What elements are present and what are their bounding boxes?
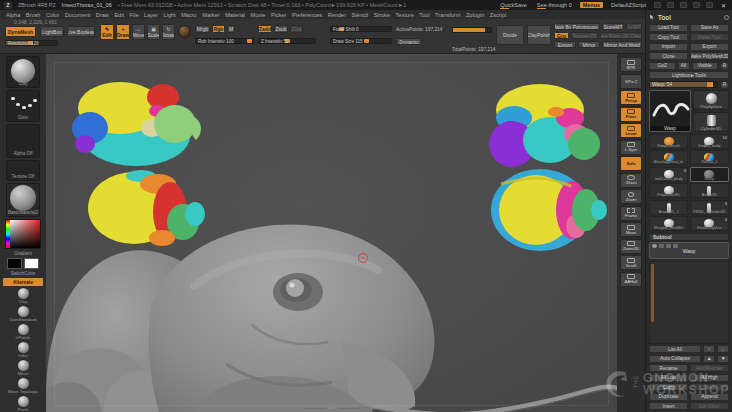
ghost-transparency-button[interactable]: Ghost (620, 173, 642, 188)
spix-slider[interactable]: SPix 2 (620, 74, 642, 89)
lightbox-button[interactable]: LightBox (40, 26, 64, 37)
tool-grid-item[interactable]: PM3D_Cylinder3D3 (690, 200, 729, 215)
menu-light[interactable]: Light (164, 12, 176, 18)
menus-button[interactable]: Menus (580, 2, 603, 8)
paste-tool-button[interactable]: Paste Tool (690, 33, 729, 41)
subtool-section-header[interactable]: Subtool (649, 233, 729, 241)
lock-icon[interactable] (693, 2, 700, 8)
subtool-list-item-wasp[interactable]: Wasp (649, 242, 729, 259)
goz-visible-button[interactable]: Visible (692, 62, 719, 70)
current-stroke-thumbnail[interactable]: Dots (6, 90, 40, 122)
menu-color[interactable]: Color (46, 12, 59, 18)
rgb-intensity-slider[interactable]: Rgb Intensity 100 (195, 38, 255, 44)
subtool-up-button[interactable]: ↑ (703, 345, 715, 353)
goz-all-button[interactable]: All (678, 62, 690, 70)
dynamic-button[interactable]: Dynamic (396, 38, 422, 45)
tool-thumb-cylinder3d[interactable]: Cylinder3D (693, 112, 729, 132)
tool-palette-header[interactable]: Tool (649, 12, 729, 22)
persp-button[interactable]: Persp (620, 90, 642, 105)
quick-brush-hpolish[interactable]: hPolish (3, 324, 43, 340)
mask-by-polygroups-button[interactable]: Mask By Polygroups 0 (554, 23, 600, 30)
menu-alpha[interactable]: Alpha (6, 12, 20, 18)
frame-button[interactable]: Frame (620, 206, 642, 221)
mrgb-button[interactable]: Mrgb (195, 25, 210, 33)
move-button[interactable]: ↔Move (132, 24, 145, 40)
live-boolean-button[interactable]: Live Boolean (67, 26, 95, 37)
subdivision-slider[interactable] (452, 27, 492, 33)
rotate-button[interactable]: ↻Rotate (162, 24, 175, 40)
slider-r-button[interactable]: R (720, 81, 729, 89)
divide-button[interactable]: Divide (496, 25, 524, 45)
move-view-button[interactable]: Move (620, 222, 642, 237)
scale-button[interactable]: ▣Scale (147, 24, 160, 40)
menu-preferences[interactable]: Preferences (292, 12, 322, 18)
tool-grid-item[interactable]: HindWingVein4 (690, 216, 729, 231)
tool-grid-item[interactable]: Arrow3D (690, 183, 729, 198)
tool-grid-item[interactable]: Merged_HindWir (649, 216, 688, 231)
menu-zscript[interactable]: Zscript (490, 12, 507, 18)
append-button[interactable]: Append (690, 393, 729, 401)
document-canvas[interactable]: ▲▼ (46, 54, 617, 412)
subtool-scrollbar[interactable] (651, 264, 654, 322)
export-tool-button[interactable]: Export (690, 43, 729, 51)
user-icon[interactable] (706, 2, 713, 8)
focal-shift-slider[interactable]: Focal Shift 0 (330, 26, 392, 32)
texture-off-button[interactable]: Texture Off (571, 32, 598, 39)
menu-texture[interactable]: Texture (396, 12, 414, 18)
zadd-button[interactable]: Zadd (258, 25, 272, 33)
import-button[interactable]: Import (649, 43, 688, 51)
see-through-slider[interactable]: See-through 0 (535, 2, 574, 8)
menu-marker[interactable]: Marker (202, 12, 219, 18)
quick-brush-pinch[interactable]: Pinch (3, 396, 43, 412)
quick-brush-inflat[interactable]: Inflat (3, 342, 43, 358)
menu-movie[interactable]: Movie (251, 12, 266, 18)
menu-layer[interactable]: Layer (144, 12, 158, 18)
quicksave-button[interactable]: QuickSave (498, 2, 529, 8)
save-as-button[interactable]: Save As (690, 24, 729, 32)
quick-brush-clay[interactable]: Clay (3, 288, 43, 304)
switch-color-button[interactable]: SwitchColor (11, 271, 36, 276)
new-from-uv-check-button[interactable]: New From UV Check (600, 32, 642, 39)
duplicate-button[interactable]: Duplicate (649, 393, 688, 401)
dynamesh-button[interactable]: DynaMesh (5, 26, 36, 37)
goz-r-button[interactable]: R (720, 62, 729, 70)
clone-button[interactable]: Clone (649, 52, 688, 60)
menu-material[interactable]: Material (225, 12, 245, 18)
floor-button[interactable]: Floor (620, 107, 642, 122)
m-button[interactable]: M (227, 25, 235, 33)
close-icon[interactable]: ✕ (719, 2, 728, 9)
alternate-button[interactable]: Alternate (3, 278, 43, 286)
auto-reorder-button[interactable]: AutoReorder (690, 364, 729, 372)
menu-tool[interactable]: Tool (419, 12, 429, 18)
draw-size-slider[interactable]: Draw Size 115 (330, 38, 392, 44)
collapse-down-button[interactable]: ▼ (717, 355, 729, 363)
quick-brush-move-topological[interactable]: Move Topologic (3, 378, 43, 394)
zcut-button[interactable]: Zcut (290, 25, 303, 33)
store-mt-button[interactable]: StoreMT (602, 23, 624, 30)
main-color-swatch[interactable] (7, 258, 22, 269)
subtool-list-empty-area[interactable] (649, 261, 729, 344)
bpr-button[interactable]: BPR (620, 57, 642, 72)
layout-icon[interactable] (654, 2, 661, 8)
rename-button[interactable]: Rename (649, 364, 688, 372)
export-button[interactable]: Export (554, 41, 576, 48)
z-intensity-slider[interactable]: Z Intensity 50 (258, 38, 316, 44)
local-button[interactable]: Local (620, 123, 642, 138)
rgb-button[interactable]: Rgb (212, 25, 225, 33)
tool-grid-item-selected[interactable]: Wasp (690, 167, 729, 182)
zoom3d-button[interactable]: Zoom3D (620, 239, 642, 254)
zoom-doc-button[interactable]: Zoom (620, 189, 642, 204)
tool-grid-item[interactable]: Thorax_1 (690, 150, 729, 165)
menu-stroke[interactable]: Stroke (374, 12, 390, 18)
del-other-button[interactable]: Del Other (690, 402, 729, 410)
menu-picker[interactable]: Picker (271, 12, 287, 18)
resolution-slider[interactable]: Resolution 128 (5, 40, 58, 46)
current-texture-thumbnail[interactable]: Texture Off (6, 160, 40, 182)
menu-brush[interactable]: Brush (26, 12, 41, 18)
menu-draw[interactable]: Draw (96, 12, 109, 18)
active-tool-thumbnail[interactable]: Wasp (649, 90, 691, 132)
auto-collapse-button[interactable]: Auto Collapse (649, 355, 701, 363)
paste-subtool-button[interactable]: Paste (690, 383, 729, 391)
load-tool-button[interactable]: Load Tool (649, 24, 688, 32)
grp-button[interactable]: Grp (554, 32, 569, 39)
